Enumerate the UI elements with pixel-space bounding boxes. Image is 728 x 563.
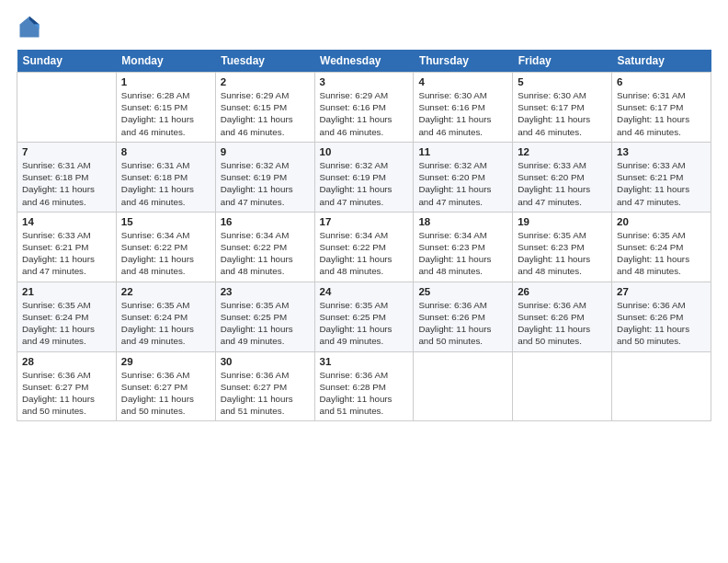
day-info: Sunrise: 6:34 AM Sunset: 6:23 PM Dayligh… bbox=[418, 229, 507, 278]
calendar-cell: 31Sunrise: 6:36 AM Sunset: 6:28 PM Dayli… bbox=[314, 351, 414, 421]
calendar-cell: 19Sunrise: 6:35 AM Sunset: 6:23 PM Dayli… bbox=[513, 212, 612, 282]
calendar-cell: 11Sunrise: 6:32 AM Sunset: 6:20 PM Dayli… bbox=[414, 142, 513, 212]
day-info: Sunrise: 6:32 AM Sunset: 6:19 PM Dayligh… bbox=[320, 159, 409, 208]
day-info: Sunrise: 6:29 AM Sunset: 6:15 PM Dayligh… bbox=[221, 89, 310, 138]
day-number: 10 bbox=[320, 146, 409, 157]
calendar-cell: 7Sunrise: 6:31 AM Sunset: 6:18 PM Daylig… bbox=[17, 142, 117, 212]
day-header-saturday: Saturday bbox=[612, 50, 711, 73]
calendar-cell: 22Sunrise: 6:35 AM Sunset: 6:24 PM Dayli… bbox=[116, 282, 215, 351]
day-number: 13 bbox=[617, 146, 706, 157]
day-number: 7 bbox=[22, 146, 111, 157]
day-number: 16 bbox=[221, 216, 310, 227]
calendar-cell: 18Sunrise: 6:34 AM Sunset: 6:23 PM Dayli… bbox=[414, 212, 513, 282]
day-number: 12 bbox=[518, 146, 607, 157]
day-info: Sunrise: 6:36 AM Sunset: 6:27 PM Dayligh… bbox=[121, 369, 210, 418]
day-info: Sunrise: 6:30 AM Sunset: 6:17 PM Dayligh… bbox=[518, 89, 607, 138]
day-info: Sunrise: 6:31 AM Sunset: 6:17 PM Dayligh… bbox=[617, 89, 706, 138]
day-header-wednesday: Wednesday bbox=[314, 50, 414, 73]
calendar-cell: 26Sunrise: 6:36 AM Sunset: 6:26 PM Dayli… bbox=[513, 282, 612, 351]
week-row-4: 21Sunrise: 6:35 AM Sunset: 6:24 PM Dayli… bbox=[17, 282, 711, 351]
week-row-3: 14Sunrise: 6:33 AM Sunset: 6:21 PM Dayli… bbox=[17, 212, 711, 282]
day-number: 8 bbox=[121, 146, 210, 157]
day-number: 18 bbox=[418, 216, 507, 227]
calendar-cell bbox=[17, 73, 117, 143]
day-number: 6 bbox=[617, 76, 706, 87]
day-number: 22 bbox=[121, 286, 210, 297]
day-info: Sunrise: 6:35 AM Sunset: 6:25 PM Dayligh… bbox=[221, 299, 310, 348]
day-info: Sunrise: 6:33 AM Sunset: 6:20 PM Dayligh… bbox=[518, 159, 607, 208]
day-number: 20 bbox=[617, 216, 706, 227]
day-info: Sunrise: 6:36 AM Sunset: 6:26 PM Dayligh… bbox=[518, 299, 607, 348]
day-number: 23 bbox=[221, 286, 310, 297]
calendar-cell: 29Sunrise: 6:36 AM Sunset: 6:27 PM Dayli… bbox=[116, 351, 215, 421]
calendar-cell: 25Sunrise: 6:36 AM Sunset: 6:26 PM Dayli… bbox=[414, 282, 513, 351]
calendar-cell: 9Sunrise: 6:32 AM Sunset: 6:19 PM Daylig… bbox=[215, 142, 314, 212]
day-number: 3 bbox=[320, 76, 409, 87]
calendar-cell: 13Sunrise: 6:33 AM Sunset: 6:21 PM Dayli… bbox=[612, 142, 711, 212]
day-number: 26 bbox=[518, 286, 607, 297]
day-number: 2 bbox=[221, 76, 310, 87]
logo-icon bbox=[17, 15, 42, 40]
calendar-cell: 4Sunrise: 6:30 AM Sunset: 6:16 PM Daylig… bbox=[414, 73, 513, 143]
day-info: Sunrise: 6:36 AM Sunset: 6:26 PM Dayligh… bbox=[418, 299, 507, 348]
day-number: 11 bbox=[418, 146, 507, 157]
calendar-cell: 21Sunrise: 6:35 AM Sunset: 6:24 PM Dayli… bbox=[17, 282, 117, 351]
day-header-monday: Monday bbox=[116, 50, 215, 73]
day-info: Sunrise: 6:36 AM Sunset: 6:27 PM Dayligh… bbox=[221, 369, 310, 418]
day-number: 29 bbox=[121, 356, 210, 367]
day-number: 1 bbox=[121, 76, 210, 87]
calendar-cell: 15Sunrise: 6:34 AM Sunset: 6:22 PM Dayli… bbox=[116, 212, 215, 282]
day-number: 24 bbox=[320, 286, 409, 297]
day-info: Sunrise: 6:35 AM Sunset: 6:24 PM Dayligh… bbox=[22, 299, 111, 348]
day-number: 15 bbox=[121, 216, 210, 227]
day-info: Sunrise: 6:33 AM Sunset: 6:21 PM Dayligh… bbox=[617, 159, 706, 208]
day-header-tuesday: Tuesday bbox=[215, 50, 314, 73]
day-header-sunday: Sunday bbox=[17, 50, 117, 73]
calendar-cell: 14Sunrise: 6:33 AM Sunset: 6:21 PM Dayli… bbox=[17, 212, 117, 282]
calendar-cell: 24Sunrise: 6:35 AM Sunset: 6:25 PM Dayli… bbox=[314, 282, 414, 351]
logo bbox=[17, 15, 46, 40]
calendar-table: SundayMondayTuesdayWednesdayThursdayFrid… bbox=[17, 50, 711, 421]
calendar-cell bbox=[414, 351, 513, 421]
day-info: Sunrise: 6:34 AM Sunset: 6:22 PM Dayligh… bbox=[221, 229, 310, 278]
calendar-cell: 8Sunrise: 6:31 AM Sunset: 6:18 PM Daylig… bbox=[116, 142, 215, 212]
calendar-cell: 5Sunrise: 6:30 AM Sunset: 6:17 PM Daylig… bbox=[513, 73, 612, 143]
day-number: 30 bbox=[221, 356, 310, 367]
calendar-cell: 12Sunrise: 6:33 AM Sunset: 6:20 PM Dayli… bbox=[513, 142, 612, 212]
day-number: 17 bbox=[320, 216, 409, 227]
day-number: 28 bbox=[22, 356, 111, 367]
header bbox=[17, 15, 711, 40]
day-number: 27 bbox=[617, 286, 706, 297]
day-info: Sunrise: 6:32 AM Sunset: 6:20 PM Dayligh… bbox=[418, 159, 507, 208]
week-row-2: 7Sunrise: 6:31 AM Sunset: 6:18 PM Daylig… bbox=[17, 142, 711, 212]
day-header-friday: Friday bbox=[513, 50, 612, 73]
day-number: 4 bbox=[418, 76, 507, 87]
calendar-cell: 28Sunrise: 6:36 AM Sunset: 6:27 PM Dayli… bbox=[17, 351, 117, 421]
day-info: Sunrise: 6:34 AM Sunset: 6:22 PM Dayligh… bbox=[121, 229, 210, 278]
day-number: 25 bbox=[418, 286, 507, 297]
day-info: Sunrise: 6:35 AM Sunset: 6:24 PM Dayligh… bbox=[617, 229, 706, 278]
calendar-cell: 3Sunrise: 6:29 AM Sunset: 6:16 PM Daylig… bbox=[314, 73, 414, 143]
calendar-body: 1Sunrise: 6:28 AM Sunset: 6:15 PM Daylig… bbox=[17, 73, 711, 421]
day-info: Sunrise: 6:36 AM Sunset: 6:26 PM Dayligh… bbox=[617, 299, 706, 348]
calendar-header: SundayMondayTuesdayWednesdayThursdayFrid… bbox=[17, 50, 711, 73]
days-of-week-row: SundayMondayTuesdayWednesdayThursdayFrid… bbox=[17, 50, 711, 73]
day-number: 31 bbox=[320, 356, 409, 367]
day-info: Sunrise: 6:35 AM Sunset: 6:24 PM Dayligh… bbox=[121, 299, 210, 348]
day-info: Sunrise: 6:35 AM Sunset: 6:23 PM Dayligh… bbox=[518, 229, 607, 278]
calendar-cell: 16Sunrise: 6:34 AM Sunset: 6:22 PM Dayli… bbox=[215, 212, 314, 282]
calendar-cell bbox=[612, 351, 711, 421]
day-header-thursday: Thursday bbox=[414, 50, 513, 73]
day-info: Sunrise: 6:31 AM Sunset: 6:18 PM Dayligh… bbox=[121, 159, 210, 208]
calendar-cell: 2Sunrise: 6:29 AM Sunset: 6:15 PM Daylig… bbox=[215, 73, 314, 143]
calendar-cell: 30Sunrise: 6:36 AM Sunset: 6:27 PM Dayli… bbox=[215, 351, 314, 421]
day-info: Sunrise: 6:28 AM Sunset: 6:15 PM Dayligh… bbox=[121, 89, 210, 138]
calendar-page: SundayMondayTuesdayWednesdayThursdayFrid… bbox=[0, 0, 728, 563]
day-number: 21 bbox=[22, 286, 111, 297]
calendar-cell: 10Sunrise: 6:32 AM Sunset: 6:19 PM Dayli… bbox=[314, 142, 414, 212]
calendar-cell: 20Sunrise: 6:35 AM Sunset: 6:24 PM Dayli… bbox=[612, 212, 711, 282]
day-info: Sunrise: 6:29 AM Sunset: 6:16 PM Dayligh… bbox=[320, 89, 409, 138]
day-info: Sunrise: 6:36 AM Sunset: 6:28 PM Dayligh… bbox=[320, 369, 409, 418]
day-info: Sunrise: 6:32 AM Sunset: 6:19 PM Dayligh… bbox=[221, 159, 310, 208]
day-info: Sunrise: 6:30 AM Sunset: 6:16 PM Dayligh… bbox=[418, 89, 507, 138]
